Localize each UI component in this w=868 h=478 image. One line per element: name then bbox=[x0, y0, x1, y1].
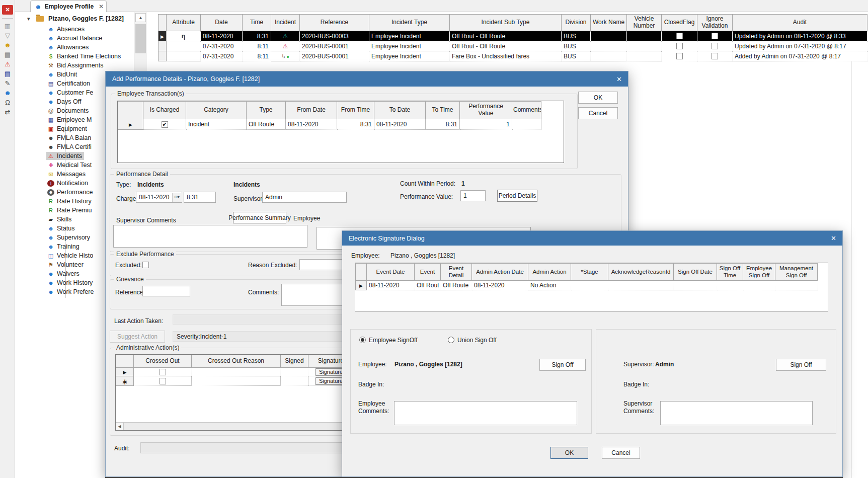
calendar-dropdown-icon[interactable]: ⊞▾ bbox=[172, 193, 181, 202]
scrollbar-thumb[interactable] bbox=[135, 24, 146, 53]
col-header[interactable]: Vehicle Number bbox=[627, 15, 662, 31]
crossed-out-checkbox[interactable] bbox=[160, 369, 166, 375]
tab-employee-profile[interactable]: ☻ Employee Profile ✕ bbox=[30, 1, 107, 12]
row-selector[interactable] bbox=[159, 41, 167, 51]
col-header[interactable]: Event bbox=[415, 264, 441, 281]
copy-icon[interactable]: ▥ bbox=[2, 21, 14, 31]
row-selector[interactable] bbox=[118, 119, 143, 130]
closedflag-checkbox[interactable] bbox=[676, 33, 683, 39]
close-icon[interactable]: ✕ bbox=[616, 71, 622, 87]
tree-item[interactable]: ☻ Accrual Balance bbox=[15, 34, 123, 43]
col-header[interactable]: Division bbox=[562, 15, 591, 31]
badge-icon[interactable]: ▽ bbox=[2, 31, 14, 40]
row-selector[interactable] bbox=[356, 281, 367, 290]
col-header[interactable]: From Time bbox=[337, 102, 374, 119]
row-selector[interactable] bbox=[116, 376, 134, 386]
col-header[interactable]: Event Detail bbox=[441, 264, 472, 281]
is-charged-checkbox[interactable] bbox=[162, 121, 168, 128]
row-selector[interactable] bbox=[159, 51, 167, 61]
col-header[interactable]: From Date bbox=[286, 102, 337, 119]
lock-icon[interactable]: Ω bbox=[2, 98, 14, 107]
col-header[interactable]: ClosedFlag bbox=[662, 15, 697, 31]
employees-icon[interactable]: ☻ bbox=[2, 40, 14, 50]
document-icon[interactable]: ▤ bbox=[2, 69, 14, 78]
tree-item[interactable]: $ Banked Time Elections bbox=[15, 52, 123, 61]
transaction-row[interactable]: Incident Off Route 08-11-2020 8:31 08-11… bbox=[118, 119, 541, 130]
col-header[interactable]: To Time bbox=[426, 102, 460, 119]
excluded-checkbox[interactable] bbox=[142, 262, 149, 268]
col-header[interactable]: Time bbox=[243, 15, 271, 31]
performance-summary-button[interactable]: Performance Summary bbox=[233, 212, 286, 223]
scroll-up-icon[interactable]: ▲ bbox=[135, 13, 146, 22]
employee-sign-off-button[interactable]: Sign Off bbox=[539, 359, 586, 371]
crossed-out-checkbox[interactable] bbox=[160, 378, 166, 384]
tree-item[interactable]: ☻ Absences bbox=[15, 25, 123, 34]
employee-signoff-radio[interactable] bbox=[359, 337, 366, 343]
col-header[interactable]: Employee Sign Off bbox=[743, 264, 775, 281]
tab-close-icon[interactable]: ✕ bbox=[99, 3, 104, 10]
charged-time-input[interactable]: 8:31 bbox=[184, 192, 216, 203]
ok-button[interactable]: OK bbox=[550, 447, 588, 459]
col-header[interactable]: Category bbox=[186, 102, 247, 119]
supervisor-input[interactable]: Admin bbox=[262, 192, 347, 203]
col-header[interactable]: Crossed Out Reason bbox=[192, 355, 281, 368]
col-header[interactable]: AcknowledgeReasonId bbox=[608, 264, 674, 281]
row-selector[interactable] bbox=[159, 31, 167, 41]
scroll-left-icon[interactable]: ◀ bbox=[116, 423, 124, 430]
incident-row[interactable]: 07-31-2020 8:11 2020-BUS-00001 Employee … bbox=[159, 51, 867, 61]
col-header[interactable]: Reference bbox=[300, 15, 369, 31]
ignore-validation-checkbox[interactable] bbox=[712, 43, 718, 49]
tree-item[interactable]: ⚒ Bid Assignments bbox=[15, 61, 123, 70]
col-header[interactable]: Crossed Out bbox=[134, 355, 192, 368]
dialog-titlebar[interactable]: Electronic Signature Dialog ✕ bbox=[342, 231, 842, 246]
col-header[interactable]: Is Charged bbox=[143, 102, 186, 119]
col-header[interactable]: Signed bbox=[281, 355, 308, 368]
admin-action-row[interactable]: Signature bbox=[116, 368, 354, 376]
cancel-button[interactable]: Cancel bbox=[578, 107, 618, 119]
chevron-down-icon[interactable]: ▾ bbox=[27, 16, 30, 22]
signature-event-row[interactable]: 08-11-2020 Off Rout Off Route 08-11-2020… bbox=[356, 281, 818, 290]
closedflag-checkbox[interactable] bbox=[676, 43, 683, 49]
cancel-button[interactable]: Cancel bbox=[602, 447, 640, 459]
col-header[interactable]: Ignore Validation bbox=[697, 15, 733, 31]
grievance-reference-input[interactable] bbox=[142, 286, 190, 296]
close-red-icon[interactable]: ✕ bbox=[2, 5, 13, 15]
dialog-titlebar[interactable]: Add Performance Details - Pizano, Goggle… bbox=[106, 71, 628, 87]
row-selector[interactable] bbox=[116, 368, 134, 376]
col-header[interactable]: Attribute bbox=[167, 15, 201, 31]
col-header[interactable]: Date bbox=[201, 15, 243, 31]
person-edit-icon[interactable]: ✎ bbox=[2, 78, 14, 88]
supervisor-comments-textarea[interactable] bbox=[113, 225, 307, 248]
suggest-action-button[interactable]: Suggest Action bbox=[110, 331, 165, 343]
col-header[interactable]: Audit bbox=[733, 15, 867, 31]
col-header[interactable]: Incident Type bbox=[369, 15, 450, 31]
ignore-validation-checkbox[interactable] bbox=[712, 33, 718, 39]
col-header[interactable]: Performance Value bbox=[460, 102, 512, 119]
charged-date-input[interactable]: 08-11-2020 ⊞▾ bbox=[136, 192, 182, 203]
col-header[interactable]: *Stage bbox=[571, 264, 608, 281]
col-header[interactable]: Type bbox=[247, 102, 286, 119]
col-header[interactable]: Incident bbox=[271, 15, 300, 31]
person-list-icon[interactable]: ☻ bbox=[2, 88, 14, 98]
close-icon[interactable]: ✕ bbox=[831, 231, 836, 246]
incident-row[interactable]: 08-11-2020 8:31 2020-BUS-00003 Employee … bbox=[159, 31, 867, 41]
performance-value-input[interactable]: 1 bbox=[460, 190, 486, 201]
col-header[interactable]: Management Sign Off bbox=[775, 264, 818, 281]
supervisor-comments-textarea[interactable] bbox=[660, 401, 813, 425]
ignore-validation-checkbox[interactable] bbox=[712, 53, 718, 59]
col-header[interactable]: Sign Off Date bbox=[674, 264, 717, 281]
closedflag-checkbox[interactable] bbox=[676, 53, 683, 59]
period-details-button[interactable]: Period Details bbox=[497, 190, 537, 202]
col-header[interactable]: Event Date bbox=[367, 264, 415, 281]
alert-triangle-icon[interactable]: ⚠ bbox=[2, 59, 14, 69]
col-header[interactable]: To Date bbox=[374, 102, 426, 119]
supervisor-sign-off-button[interactable]: Sign Off bbox=[776, 359, 826, 371]
col-header[interactable]: Admin Action bbox=[528, 264, 571, 281]
people-swap-icon[interactable]: ⇄ bbox=[2, 107, 14, 117]
col-header[interactable]: Sign Off Time bbox=[717, 264, 743, 281]
tree-item[interactable]: ☻ Allowances bbox=[15, 43, 123, 52]
ok-button[interactable]: OK bbox=[578, 92, 618, 104]
export-page-icon[interactable]: ▤ bbox=[2, 50, 14, 59]
incident-row[interactable]: 07-31-2020 8:11 2020-BUS-00001 Employee … bbox=[159, 41, 867, 51]
admin-action-row[interactable]: Signature bbox=[116, 376, 354, 386]
